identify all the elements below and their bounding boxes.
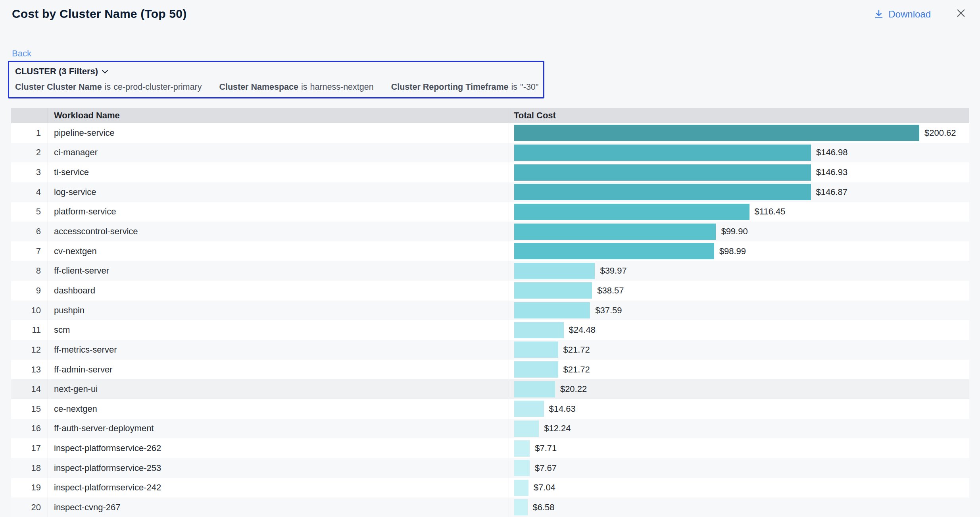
filter-chip-namespace[interactable]: Cluster Namespace is harness-nextgen [219, 82, 373, 92]
filter-summary-dropdown[interactable]: CLUSTER (3 Filters) [15, 66, 108, 77]
table-row[interactable]: 18 inspect-platformservice-253 $7.67 [11, 458, 969, 478]
cost-value: $38.57 [597, 286, 624, 296]
cost-value: $116.45 [755, 206, 786, 217]
row-rank: 20 [11, 498, 48, 517]
table-row[interactable]: 9 dashboard $38.57 [11, 281, 969, 301]
page-title: Cost by Cluster Name (Top 50) [12, 7, 186, 21]
row-rank: 12 [11, 340, 48, 360]
row-rank: 2 [11, 143, 48, 163]
table-row[interactable]: 19 inspect-platformservice-242 $7.04 [11, 478, 969, 498]
workload-name: ti-service [48, 162, 509, 182]
filter-value: ce-prod-cluster-primary [113, 82, 202, 92]
table-row[interactable]: 20 inspect-cvng-267 $6.58 [11, 498, 969, 517]
row-rank: 1 [11, 123, 48, 143]
cost-value: $200.62 [924, 128, 956, 138]
cost-value: $20.22 [560, 384, 587, 394]
cost-bar [514, 381, 555, 397]
workload-name: ff-auth-server-deployment [48, 419, 509, 439]
table-row[interactable]: 6 accesscontrol-service $99.90 [11, 222, 969, 241]
filter-operator: is [511, 82, 518, 92]
cost-value: $7.71 [535, 443, 557, 453]
workload-name: pipeline-service [48, 123, 509, 143]
table-row[interactable]: 2 ci-manager $146.98 [11, 143, 969, 163]
cost-value: $6.58 [533, 502, 555, 513]
cost-cell: $200.62 [509, 123, 969, 143]
filter-chip-cluster-name[interactable]: Cluster Cluster Name is ce-prod-cluster-… [15, 82, 202, 92]
table-row[interactable]: 13 ff-admin-server $21.72 [11, 360, 969, 380]
cost-bar [514, 263, 595, 279]
row-rank: 10 [11, 301, 48, 320]
row-rank: 16 [11, 419, 48, 439]
cost-value: $146.93 [816, 167, 848, 177]
cost-cell: $12.24 [509, 419, 969, 439]
filter-field: Cluster Cluster Name [15, 82, 102, 92]
cost-bar [514, 243, 714, 259]
cost-cell: $38.57 [509, 281, 969, 301]
filter-field: Cluster Namespace [219, 82, 298, 92]
chevron-down-icon [102, 69, 108, 74]
cost-cell: $7.71 [509, 438, 969, 458]
cost-cell: $116.45 [509, 202, 969, 222]
row-rank: 17 [11, 438, 48, 458]
row-rank: 5 [11, 202, 48, 222]
cost-cell: $20.22 [509, 379, 969, 399]
table-row[interactable]: 1 pipeline-service $200.62 [11, 123, 969, 143]
workload-name: log-service [48, 182, 509, 202]
workload-name: ff-client-server [48, 261, 509, 281]
cost-value: $12.24 [544, 423, 571, 434]
table-row[interactable]: 15 ce-nextgen $14.63 [11, 399, 969, 419]
cost-table: Workload Name Total Cost 1 pipeline-serv… [11, 108, 969, 517]
row-rank: 8 [11, 261, 48, 281]
download-button[interactable]: Download [874, 9, 931, 20]
filter-chip-reporting-timeframe[interactable]: Cluster Reporting Timeframe is "-30" [391, 82, 539, 92]
table-row[interactable]: 4 log-service $146.87 [11, 182, 969, 202]
table-row[interactable]: 8 ff-client-server $39.97 [11, 261, 969, 281]
workload-name: next-gen-ui [48, 379, 509, 399]
cost-cell: $146.98 [509, 143, 969, 163]
table-row[interactable]: 11 scm $24.48 [11, 320, 969, 340]
workload-name: pushpin [48, 301, 509, 320]
cost-cell: $7.04 [509, 478, 969, 498]
cost-bar [514, 302, 590, 318]
back-link[interactable]: Back [12, 48, 31, 59]
filter-operator: is [105, 82, 111, 92]
table-row[interactable]: 7 cv-nextgen $98.99 [11, 241, 969, 261]
cost-value: $39.97 [600, 266, 626, 276]
row-rank: 3 [11, 162, 48, 182]
cost-cell: $21.72 [509, 360, 969, 380]
cost-value: $7.04 [534, 482, 555, 493]
workload-name: cv-nextgen [48, 241, 509, 261]
cost-value: $99.90 [721, 226, 747, 237]
cost-bar [514, 164, 811, 181]
row-rank: 11 [11, 320, 48, 340]
row-rank: 9 [11, 281, 48, 301]
cost-value: $37.59 [595, 305, 622, 316]
row-rank: 4 [11, 182, 48, 202]
cost-value: $24.48 [569, 325, 596, 335]
workload-name: ce-nextgen [48, 399, 509, 419]
row-rank: 15 [11, 399, 48, 419]
close-icon[interactable] [955, 7, 967, 19]
table-row[interactable]: 10 pushpin $37.59 [11, 301, 969, 320]
cost-cell: $37.59 [509, 301, 969, 320]
cost-value: $98.99 [719, 246, 746, 257]
row-rank: 13 [11, 360, 48, 380]
table-row[interactable]: 14 next-gen-ui $20.22 [11, 379, 969, 399]
cost-bar [514, 224, 716, 240]
table-row[interactable]: 16 ff-auth-server-deployment $12.24 [11, 419, 969, 439]
table-row[interactable]: 17 inspect-platformservice-262 $7.71 [11, 438, 969, 458]
table-row[interactable]: 3 ti-service $146.93 [11, 162, 969, 182]
cost-bar [514, 184, 811, 200]
table-row[interactable]: 5 platform-service $116.45 [11, 202, 969, 222]
cost-bar [514, 361, 558, 378]
cost-bar [514, 341, 558, 358]
filter-summary-label: CLUSTER (3 Filters) [15, 66, 98, 77]
row-rank: 18 [11, 458, 48, 478]
cost-cell: $146.93 [509, 162, 969, 182]
filter-panel: CLUSTER (3 Filters) Cluster Cluster Name… [8, 61, 544, 98]
workload-name: inspect-cvng-267 [48, 498, 509, 517]
workload-name: platform-service [48, 202, 509, 222]
cost-cell: $6.58 [509, 498, 969, 517]
cost-bar [514, 204, 749, 220]
table-row[interactable]: 12 ff-metrics-server $21.72 [11, 340, 969, 360]
